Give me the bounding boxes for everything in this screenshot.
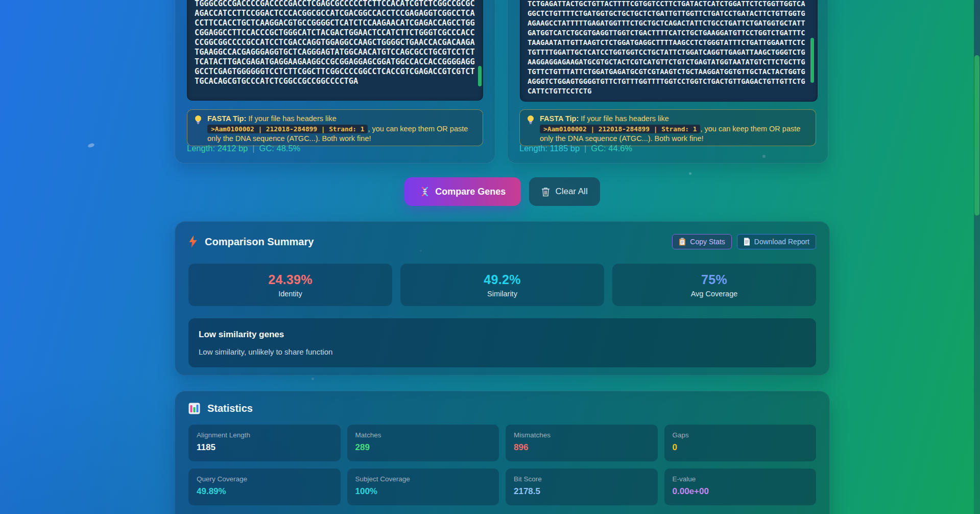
lightbulb-icon: [527, 115, 535, 125]
sequence-line: AAGGAGGAGAAGATGCGTGCTACTCGTCATGTTCTGTCTG…: [528, 57, 810, 67]
gene-2-length: Length: 1185 bp: [519, 144, 580, 153]
stat-label: Subject Coverage: [355, 475, 491, 484]
metric-label: Identity: [278, 290, 302, 298]
gene-1-sequence-input[interactable]: TGGGCGCCGACCCCGACCCCGACCTCGAGCGCCCCCTCTT…: [187, 0, 483, 101]
gene-1-card: TGGGCGCCGACCCCGACCCCGACCTCGAGCGCCCCCTCTT…: [175, 0, 495, 163]
stat-value: 289: [355, 442, 491, 453]
copy-stats-button[interactable]: Copy Stats: [672, 234, 731, 249]
fasta-tip-box: FASTA Tip: If your file has headers like…: [187, 109, 483, 146]
sequence-line: GCCTCGAGTGGGGGGTCCTCTTCGGCTTCGGCCCCGGCCT…: [195, 67, 475, 77]
gene-2-gc: GC: 44.6%: [591, 144, 632, 153]
metric-card: 24.39% Identity: [188, 264, 392, 306]
copy-stats-label: Copy Stats: [690, 238, 725, 246]
stat-label: Alignment Length: [197, 431, 332, 440]
stat-card: E-value 0.00e+00: [664, 469, 817, 505]
separator: |: [248, 144, 259, 153]
fasta-tip-text: FASTA Tip: If your file has headers like…: [207, 114, 476, 144]
metric-value: 49.2%: [484, 272, 520, 287]
compare-genes-button[interactable]: Compare Genes: [404, 177, 521, 206]
sequence-line: CGGAGGCCTTCCACCCGCTGGGCATCTACGACTGGAACTC…: [195, 28, 475, 38]
metric-label: Similarity: [487, 290, 517, 298]
stat-label: Query Coverage: [197, 475, 332, 484]
sequence-line: GATGGTCATCTGCGTGAGGTTGGTCTGACTTTTCATCTGC…: [528, 28, 810, 38]
stat-value: 896: [514, 442, 650, 453]
sequence-line: AGGGTCTGGAGTGGGGTGTTCTGTTTGGTTTTGGTCCTGG…: [528, 77, 810, 86]
sequence-line: AGACCATCCTTCCGGACTCCCACGGCGCCATCGACGGCCA…: [195, 9, 475, 18]
stat-label: Bit Score: [514, 475, 650, 484]
gene-1-length: Length: 2412 bp: [187, 144, 248, 153]
particle-dot: [87, 143, 95, 148]
stat-label: Matches: [355, 431, 491, 440]
summary-header: Comparison Summary Copy Stats: [188, 234, 816, 249]
stat-value: 1185: [197, 442, 332, 453]
sequence-line: TGAAGGCCACGAGGGAGGTGCTCAGGGAGTATGGCAACAT…: [195, 48, 475, 57]
sequence-line: TGTTCTGTTTATTCTGGATGAGATGCGTCGTAAGTCTGCT…: [528, 67, 810, 77]
fasta-header-example: >Aam0100002 | 212018-284899 | Strand: 1: [207, 125, 368, 133]
stat-card: Alignment Length 1185: [188, 425, 341, 461]
sequence-line: GGCTCTGTTTTCTGATGGTGCTGCTGCTCTGATTGTTGGT…: [528, 9, 810, 18]
verdict-box: Low similarity genes Low similarity, unl…: [188, 318, 816, 367]
stat-card: Matches 289: [347, 425, 499, 461]
gene-2-stats-line: Length: 1185 bp|GC: 44.6%: [519, 144, 632, 153]
stat-card: Subject Coverage 100%: [347, 469, 499, 505]
stat-label: E-value: [673, 475, 808, 484]
stat-label: Mismatches: [514, 431, 650, 440]
sequence-line: CCGGCGGCCCCGCCATCCTCGACCAGGTGGAGGCCAAGCT…: [195, 38, 475, 48]
stat-value: 49.89%: [197, 486, 332, 497]
stat-value: 2178.5: [514, 486, 650, 497]
actions-row: Compare Genes Clear All: [175, 177, 830, 206]
statistics-header: Statistics: [188, 403, 816, 414]
verdict-title: Low similarity genes: [199, 329, 806, 341]
dna-icon: [420, 186, 430, 197]
sequence-line: TGGGCGCCGACCCCGACCCCGACCTCGAGCGCCCCCTCTT…: [195, 0, 475, 9]
fasta-tip-box: FASTA Tip: If your file has headers like…: [519, 109, 816, 146]
separator: |: [580, 144, 591, 153]
bar-chart-icon: [188, 403, 200, 414]
clipboard-icon: [679, 238, 686, 246]
trash-icon: [541, 187, 550, 197]
stat-card: Mismatches 896: [506, 425, 658, 461]
lightbulb-icon: [194, 115, 202, 125]
gene-2-sequence-input[interactable]: TCTGAGATTACTGCTGTTACTTTTCGTGGTCCTTCTGATA…: [520, 0, 818, 102]
sequence-line: TCTGAGATTACTGCTGTTACTTTTCGTGGTCCTTCTGATA…: [528, 0, 810, 9]
stat-card: Gaps 0: [664, 425, 817, 461]
sequence-line: TGCACAGCGTGCCCATCTCGGCCGCCGGCCCCTGA: [195, 77, 475, 86]
comparison-summary-panel: Comparison Summary Copy Stats: [175, 221, 830, 376]
page-scrollbar-track[interactable]: [974, 0, 980, 514]
particle-dot: [689, 172, 691, 175]
download-report-button[interactable]: Download Report: [737, 234, 816, 249]
stat-card: Query Coverage 49.89%: [188, 469, 341, 505]
gene-1-stats-line: Length: 2412 bp|GC: 48.5%: [187, 144, 300, 153]
stat-value: 0: [673, 442, 808, 453]
stat-value: 100%: [355, 486, 491, 497]
compare-genes-label: Compare Genes: [435, 186, 506, 197]
sequence-line: TCATACTTGACGAGATGAGGAAGAAGGCCGCGGAGGAGCG…: [195, 57, 475, 67]
gene-2-card: TCTGAGATTACTGCTGTTACTTTTCGTGGTCCTTCTGATA…: [507, 0, 828, 163]
stat-card: Bit Score 2178.5: [506, 469, 658, 505]
sequence-line: AGAAGCCTATTTTTGAGATGGTTTCTGCTGCTCAGACTAT…: [528, 18, 810, 28]
fasta-header-example: >Aam0100002 | 212018-284899 | Strand: 1: [540, 125, 700, 133]
clear-all-button[interactable]: Clear All: [529, 177, 600, 206]
metric-card: 49.2% Similarity: [400, 264, 604, 306]
sequence-line: TAAGAATATTGTTAAGTCTCTGGATGAGGCTTTTAAGCCT…: [528, 38, 810, 48]
gene-1-sequence-scrollbar[interactable]: [478, 66, 482, 86]
gene-2-sequence-scrollbar[interactable]: [810, 38, 814, 83]
gene-1-gc: GC: 48.5%: [259, 144, 301, 153]
statistics-panel: Statistics Alignment Length 1185 Matches…: [175, 391, 830, 514]
sequence-line: TGTTTTGGATTGCTCATCCTGGTGGTCCTGCTATTCTGGA…: [528, 48, 810, 57]
stat-label: Gaps: [673, 431, 808, 440]
lightning-icon: [188, 236, 198, 248]
gene-comparison-page: TGGGCGCCGACCCCGACCCCGACCTCGAGCGCCCCCTCTT…: [0, 0, 980, 514]
clear-all-label: Clear All: [555, 186, 587, 197]
metric-value: 75%: [701, 272, 727, 287]
document-icon: [744, 238, 750, 246]
verdict-subtitle: Low similarity, unlikely to share functi…: [199, 347, 806, 357]
statistics-title: Statistics: [207, 403, 253, 414]
statistics-grid: Alignment Length 1185 Matches 289 Mismat…: [188, 425, 816, 505]
metric-value: 24.39%: [268, 272, 313, 287]
sequence-line: CCTTCCACCTGCTCAAGGACGTGCCGGGGCTCATCTCCAA…: [195, 18, 475, 28]
particle-dot: [312, 378, 314, 380]
summary-metrics: 24.39% Identity 49.2% Similarity 75% Avg…: [188, 264, 816, 306]
page-scrollbar-thumb[interactable]: [974, 55, 979, 216]
stat-value: 0.00e+00: [673, 486, 808, 497]
